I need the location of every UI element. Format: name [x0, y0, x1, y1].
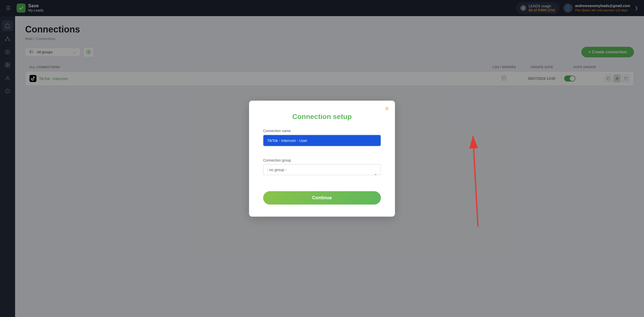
connection-group-select[interactable]: - no group -	[263, 164, 381, 175]
close-icon[interactable]: ×	[385, 105, 389, 112]
modal-title: Connection setup	[263, 113, 381, 121]
modal: × Connection setup Connection name Conne…	[249, 101, 395, 217]
continue-button[interactable]: Continue	[263, 191, 381, 205]
group-select-wrapper[interactable]: - no group -	[263, 164, 381, 183]
connection-name-label: Connection name	[263, 129, 381, 133]
connection-group-label: Connection group	[263, 158, 381, 162]
modal-overlay: × Connection setup Connection name Conne…	[0, 0, 644, 317]
connection-name-input[interactable]	[263, 135, 381, 146]
